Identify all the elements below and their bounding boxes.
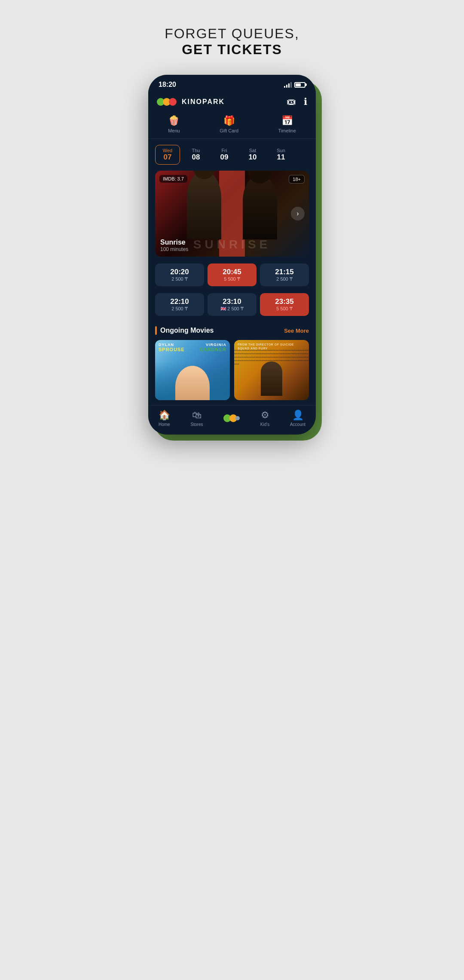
phone-wrapper: 18:20 <box>148 75 316 435</box>
date-num-4: 11 <box>277 153 285 162</box>
figure-right <box>243 175 277 239</box>
thumb-actor2-name: VIRGINIA <box>199 343 226 347</box>
thumb-actor2-surname: GARDNER <box>199 347 226 352</box>
nav-stores-label: Stores <box>191 422 203 427</box>
nav-account[interactable]: 👤 Account <box>290 410 305 427</box>
signal-bar-3 <box>288 83 290 88</box>
price-2020: 2 500 ₸ <box>171 276 188 282</box>
section-title: Ongoing Movies <box>160 327 214 334</box>
date-chip-sat[interactable]: Sat 10 <box>240 145 265 165</box>
calendar-icon: 📅 <box>281 115 293 126</box>
showtime-2045[interactable]: 20:45 5 500 ₸ <box>208 263 256 286</box>
date-num-1: 08 <box>192 153 200 162</box>
date-day-2: Fri <box>222 148 227 153</box>
menu-icon: 🍿 <box>168 115 180 126</box>
nav-kids[interactable]: ⚙ Kid's <box>260 410 269 427</box>
figure-left <box>187 171 221 239</box>
home-icon: 🏠 <box>159 410 170 421</box>
romantic-figure <box>175 366 210 400</box>
time-2210: 22:10 <box>170 297 189 306</box>
info-icon[interactable]: ℹ <box>304 96 307 107</box>
phone-frame: 18:20 <box>148 75 316 435</box>
center-dots <box>223 414 240 422</box>
next-arrow[interactable]: › <box>291 207 305 220</box>
status-bar: 18:20 <box>148 75 316 92</box>
head-right <box>248 171 272 184</box>
dot-red <box>169 98 177 106</box>
imdb-badge: IMDB: 3.7 <box>159 175 187 183</box>
headline: FORGET QUEUES, GET TICKETS <box>165 26 299 58</box>
battery-fill <box>296 83 301 86</box>
nav-home-label: Home <box>159 422 170 427</box>
movie-thumb-romantic[interactable]: DYLAN SPROUSE VIRGINIA GARDNER <box>155 340 230 400</box>
showtime-row-1: 20:20 2 500 ₸ 20:45 5 500 ₸ 21:15 2 500 … <box>148 263 316 293</box>
tab-menu[interactable]: 🍿 Menu <box>168 115 180 133</box>
nav-center[interactable] <box>223 414 240 422</box>
signal-bar-4 <box>290 82 292 88</box>
signal-bar-2 <box>286 85 287 88</box>
page-wrapper: FORGET QUEUES, GET TICKETS 18:20 <box>116 0 348 469</box>
time-2335: 23:35 <box>275 297 293 306</box>
tab-gift-label: Gift Card <box>220 128 238 133</box>
date-num-3: 10 <box>249 153 257 162</box>
nav-kids-label: Kid's <box>260 422 269 427</box>
date-num-0: 07 <box>164 153 172 162</box>
action-figure <box>261 361 282 396</box>
app-header: KINOPARK 🎟 ℹ <box>148 92 316 112</box>
battery-icon <box>294 82 305 88</box>
movie-title: Sunrise <box>160 239 188 246</box>
section-bar-accent <box>155 326 157 335</box>
signal-bar-1 <box>284 86 285 88</box>
time-2310: 23:10 <box>223 297 241 306</box>
showtime-2310[interactable]: 23:10 🇬🇧 2 500 ₸ <box>208 293 256 316</box>
date-chip-thu[interactable]: Thu 08 <box>183 145 208 165</box>
status-icons <box>284 82 305 88</box>
tab-gift-card[interactable]: 🎁 Gift Card <box>220 115 238 133</box>
headline-top: FORGET QUEUES, <box>165 26 299 42</box>
kids-icon: ⚙ <box>261 410 269 421</box>
date-selector: Wed 07 Thu 08 Fri 09 Sat 10 Sun 11 <box>148 139 316 171</box>
center-dot-small <box>235 416 240 420</box>
date-chip-sun[interactable]: Sun 11 <box>269 145 293 165</box>
nav-tabs: 🍿 Menu 🎁 Gift Card 📅 Timeline <box>148 112 316 139</box>
showtime-2020[interactable]: 20:20 2 500 ₸ <box>155 263 204 286</box>
section-header: Ongoing Movies See More <box>148 323 316 340</box>
showtime-row-2: 22:10 2 500 ₸ 23:10 🇬🇧 2 500 ₸ 23:35 5 5… <box>148 293 316 323</box>
movie-poster: SUNRISE IMDB: 3.7 18+ Sunrise 100 minute… <box>155 171 309 257</box>
logo-area: KINOPARK <box>157 98 225 106</box>
logo-text: KINOPARK <box>182 98 225 106</box>
ticket-icon[interactable]: 🎟 <box>287 96 296 107</box>
price-2210: 2 500 ₸ <box>171 306 188 312</box>
tab-menu-label: Menu <box>168 128 180 133</box>
showtime-2115[interactable]: 21:15 2 500 ₸ <box>260 263 309 286</box>
movie-thumb-action[interactable]: FROM THE DIRECTOR OF SUICIDE SQUAD AND F… <box>234 340 309 400</box>
nav-account-label: Account <box>290 422 305 427</box>
see-more-button[interactable]: See More <box>284 328 309 334</box>
date-chip-fri[interactable]: Fri 09 <box>212 145 237 165</box>
header-icons: 🎟 ℹ <box>287 96 307 107</box>
date-chip-wed[interactable]: Wed 07 <box>155 145 180 165</box>
date-day-0: Wed <box>163 148 172 153</box>
nav-home[interactable]: 🏠 Home <box>159 410 170 427</box>
age-badge: 18+ <box>289 175 305 184</box>
gift-icon: 🎁 <box>223 115 235 126</box>
tab-timeline-label: Timeline <box>278 128 296 133</box>
date-day-3: Sat <box>249 148 256 153</box>
tab-timeline[interactable]: 📅 Timeline <box>278 115 296 133</box>
nav-stores[interactable]: 🛍 Stores <box>191 410 203 427</box>
movie-card[interactable]: SUNRISE IMDB: 3.7 18+ Sunrise 100 minute… <box>155 171 309 257</box>
head-left <box>193 171 215 179</box>
time-2115: 21:15 <box>275 268 293 276</box>
date-num-2: 09 <box>220 153 229 162</box>
showtime-2335[interactable]: 23:35 5 500 ₸ <box>260 293 309 316</box>
stores-icon: 🛍 <box>192 410 201 421</box>
bottom-nav: 🏠 Home 🛍 Stores ⚙ Kid's <box>148 405 316 435</box>
thumb-romantic-scene <box>155 361 230 400</box>
time-2020: 20:20 <box>170 268 189 276</box>
sunrise-watermark: SUNRISE <box>193 238 271 251</box>
thumb-romantic-actor2: VIRGINIA GARDNER <box>199 343 226 352</box>
showtime-2210[interactable]: 22:10 2 500 ₸ <box>155 293 204 316</box>
price-2335: 5 500 ₸ <box>276 306 293 312</box>
price-2115: 2 500 ₸ <box>276 276 293 282</box>
time-2045: 20:45 <box>223 268 241 276</box>
